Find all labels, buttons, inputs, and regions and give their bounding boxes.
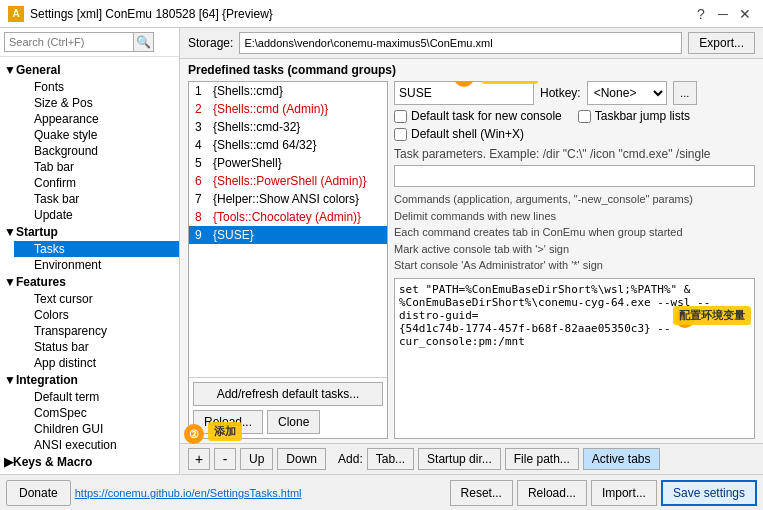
add-refresh-button[interactable]: Add/refresh default tasks... bbox=[193, 382, 383, 406]
checkboxes-row-2: Default shell (Win+X) bbox=[394, 127, 755, 141]
file-path-button[interactable]: File path... bbox=[505, 448, 579, 470]
tree-item-keyboard[interactable]: Keyboard bbox=[14, 471, 179, 474]
add-label: Add: bbox=[338, 452, 363, 466]
tree-group-features-label: Features bbox=[16, 275, 66, 289]
search-button[interactable]: 🔍 bbox=[134, 32, 154, 52]
commands-textarea[interactable]: set "PATH=%ConEmuBaseDirShort%\wsl;%PATH… bbox=[394, 278, 755, 440]
taskbar-jump-checkbox[interactable] bbox=[578, 110, 591, 123]
tree-children-general: Fonts Size & Pos Appearance Quake style bbox=[14, 79, 179, 223]
task-item-7[interactable]: 7 {Helper::Show ANSI colors} bbox=[189, 190, 387, 208]
task-item-3[interactable]: 3 {Shells::cmd-32} bbox=[189, 118, 387, 136]
task-item-9[interactable]: 9 {SUSE} bbox=[189, 226, 387, 244]
tree-children-keysmacro: Keyboard bbox=[14, 471, 179, 474]
default-shell-checkbox-item: Default shell (Win+X) bbox=[394, 127, 524, 141]
tree-group-general-label: General bbox=[16, 63, 61, 77]
annotation-4-label: 配置环境变量 bbox=[673, 306, 751, 325]
tree-item-childrengui[interactable]: Children GUI bbox=[14, 421, 179, 437]
hotkey-label: Hotkey: bbox=[540, 86, 581, 100]
save-button[interactable]: Save settings bbox=[661, 480, 757, 506]
close-button[interactable]: ✕ bbox=[735, 4, 755, 24]
annotation-3-label: 名字随意 bbox=[482, 81, 538, 84]
expand-icon-features: ▼ bbox=[4, 275, 16, 289]
expand-icon-general: ▼ bbox=[4, 63, 16, 77]
startup-dir-button[interactable]: Startup dir... bbox=[418, 448, 501, 470]
tree-item-confirm[interactable]: Confirm bbox=[14, 175, 179, 191]
task-item-1[interactable]: 1 {Shells::cmd} bbox=[189, 82, 387, 100]
task-info-text: Commands (application, arguments, "-new_… bbox=[394, 191, 755, 274]
tree-item-ansiexec[interactable]: ANSI execution bbox=[14, 437, 179, 453]
tree-item-fonts[interactable]: Fonts bbox=[14, 79, 179, 95]
task-item-6[interactable]: 6 {Shells::PowerShell (Admin)} bbox=[189, 172, 387, 190]
status-reload-button[interactable]: Reload... bbox=[517, 480, 587, 506]
tree-item-colors[interactable]: Colors bbox=[14, 307, 179, 323]
tree-item-update[interactable]: Update bbox=[14, 207, 179, 223]
tree-item-environment[interactable]: Environment bbox=[14, 257, 179, 273]
tree-group-startup[interactable]: ▼ Startup bbox=[0, 223, 179, 241]
default-shell-checkbox[interactable] bbox=[394, 128, 407, 141]
tree-item-taskbar[interactable]: Task bar bbox=[14, 191, 179, 207]
expand-icon-startup: ▼ bbox=[4, 225, 16, 239]
down-button[interactable]: Down bbox=[277, 448, 326, 470]
task-item-4[interactable]: 4 {Shells::cmd 64/32} bbox=[189, 136, 387, 154]
reset-button[interactable]: Reset... bbox=[450, 480, 513, 506]
task-detail-panel: ③ 名字随意 Hotkey: <None> ... Default task f… bbox=[394, 81, 755, 439]
tree-item-quakestyle[interactable]: Quake style bbox=[14, 127, 179, 143]
active-tabs-button[interactable]: Active tabs bbox=[583, 448, 660, 470]
tree-group-general[interactable]: ▼ General bbox=[0, 61, 179, 79]
task-params-input[interactable] bbox=[394, 165, 755, 187]
app-icon: A bbox=[8, 6, 24, 22]
tree-item-background[interactable]: Background bbox=[14, 143, 179, 159]
tree-group-integration[interactable]: ▼ Integration bbox=[0, 371, 179, 389]
donate-button[interactable]: Donate bbox=[6, 480, 71, 506]
tree-item-transparency[interactable]: Transparency bbox=[14, 323, 179, 339]
clone-button[interactable]: Clone bbox=[267, 410, 320, 434]
status-link[interactable]: https://conemu.github.io/en/SettingsTask… bbox=[75, 487, 446, 499]
search-input[interactable] bbox=[4, 32, 134, 52]
tab-button[interactable]: Tab... bbox=[367, 448, 414, 470]
storage-label: Storage: bbox=[188, 36, 233, 50]
tree-item-appdistinct[interactable]: App distinct bbox=[14, 355, 179, 371]
tree-group-keysmacro[interactable]: ▶ Keys & Macro bbox=[0, 453, 179, 471]
window-controls: ? ─ ✕ bbox=[691, 4, 755, 24]
import-button[interactable]: Import... bbox=[591, 480, 657, 506]
settings-tree: ▼ General Fonts Size & Pos Appearance bbox=[0, 57, 179, 474]
expand-icon-integration: ▼ bbox=[4, 373, 16, 387]
task-item-8[interactable]: 8 {Tools::Chocolatey (Admin)} bbox=[189, 208, 387, 226]
export-button[interactable]: Export... bbox=[688, 32, 755, 54]
hotkey-select[interactable]: <None> bbox=[587, 81, 667, 105]
minimize-button[interactable]: ─ bbox=[713, 4, 733, 24]
tree-item-statusbar[interactable]: Status bar bbox=[14, 339, 179, 355]
commands-container: ④ 配置环境变量 set "PATH=%ConEmuBaseDirShort%\… bbox=[394, 278, 755, 440]
tasks-container: 1 {Shells::cmd} 2 {Shells::cmd (Admin)} … bbox=[180, 81, 763, 443]
help-button[interactable]: ? bbox=[691, 4, 711, 24]
tree-item-textcursor[interactable]: Text cursor bbox=[14, 291, 179, 307]
search-area: 🔍 bbox=[0, 28, 179, 57]
task-item-5[interactable]: 5 {PowerShell} bbox=[189, 154, 387, 172]
tree-item-appearance[interactable]: Appearance bbox=[14, 111, 179, 127]
name-hotkey-row: ③ 名字随意 Hotkey: <None> ... bbox=[394, 81, 755, 105]
task-item-2[interactable]: 2 {Shells::cmd (Admin)} bbox=[189, 100, 387, 118]
default-task-checkbox[interactable] bbox=[394, 110, 407, 123]
plus-button[interactable]: + bbox=[188, 448, 210, 470]
default-task-label: Default task for new console bbox=[411, 109, 562, 123]
tree-children-startup: Tasks ① Environment bbox=[14, 241, 179, 273]
task-list-panel: 1 {Shells::cmd} 2 {Shells::cmd (Admin)} … bbox=[188, 81, 388, 439]
taskbar-jump-label: Taskbar jump lists bbox=[595, 109, 690, 123]
storage-bar: Storage: Export... bbox=[180, 28, 763, 59]
title-bar: A Settings [xml] ConEmu 180528 [64] {Pre… bbox=[0, 0, 763, 28]
tree-item-defaultterm[interactable]: Default term bbox=[14, 389, 179, 405]
tree-item-comspec[interactable]: ComSpec bbox=[14, 405, 179, 421]
minus-button[interactable]: - bbox=[214, 448, 236, 470]
task-list: 1 {Shells::cmd} 2 {Shells::cmd (Admin)} … bbox=[189, 82, 387, 377]
tree-group-features[interactable]: ▼ Features bbox=[0, 273, 179, 291]
storage-path-input[interactable] bbox=[239, 32, 682, 54]
tree-item-sizepos[interactable]: Size & Pos bbox=[14, 95, 179, 111]
checkboxes-row: Default task for new console Taskbar jum… bbox=[394, 109, 755, 123]
tree-item-tasks[interactable]: Tasks ① bbox=[14, 241, 179, 257]
default-task-checkbox-item: Default task for new console bbox=[394, 109, 562, 123]
up-button[interactable]: Up bbox=[240, 448, 273, 470]
tree-group-keysmacro-label: Keys & Macro bbox=[13, 455, 92, 469]
tree-item-tabbar[interactable]: Tab bar bbox=[14, 159, 179, 175]
hotkey-extra-button[interactable]: ... bbox=[673, 81, 697, 105]
status-bar: Donate https://conemu.github.io/en/Setti… bbox=[0, 474, 763, 510]
